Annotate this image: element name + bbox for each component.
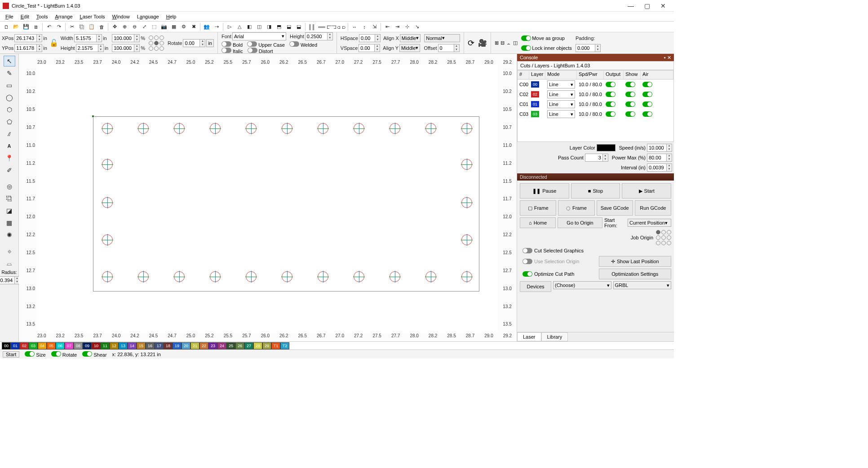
font-select[interactable]: Arial▾ bbox=[232, 32, 286, 40]
mirror-v-icon[interactable]: △ bbox=[235, 22, 244, 31]
speed-input[interactable] bbox=[647, 144, 667, 152]
palette-swatch[interactable]: 24 bbox=[217, 342, 226, 349]
palette-swatch[interactable]: 28 bbox=[253, 342, 262, 349]
circle-shape[interactable] bbox=[246, 271, 257, 282]
align-middle-icon[interactable]: ⬓ bbox=[284, 22, 293, 31]
palette-swatch[interactable]: 09 bbox=[83, 342, 92, 349]
arrange-icon-3[interactable]: ⫠ bbox=[506, 40, 511, 46]
hspace-input[interactable] bbox=[359, 34, 375, 42]
cut-row[interactable]: C01 01 Line▾ 10.0 / 80.0 bbox=[518, 99, 673, 109]
palette-swatch[interactable]: 18 bbox=[164, 342, 173, 349]
circle-shape[interactable] bbox=[461, 159, 472, 170]
menu-language[interactable]: Language bbox=[134, 13, 162, 20]
text-tool-icon[interactable]: A bbox=[4, 141, 15, 151]
same-width-icon[interactable]: ↔ bbox=[350, 22, 359, 31]
rect-tool-icon[interactable]: ▭ bbox=[4, 80, 15, 91]
menu-edit[interactable]: Edit bbox=[18, 13, 32, 20]
space-h-icon[interactable]: ⫍⫎ bbox=[327, 22, 336, 31]
selection-handle[interactable] bbox=[92, 115, 94, 118]
show-last-position-button[interactable]: ✛ Show Last Position bbox=[599, 256, 672, 267]
palette-swatch[interactable]: 11 bbox=[101, 342, 110, 349]
new-icon[interactable]: 🗋 bbox=[2, 22, 11, 31]
circle-shape[interactable] bbox=[210, 271, 221, 282]
palette-swatch[interactable]: 07 bbox=[65, 342, 74, 349]
circle-shape[interactable] bbox=[210, 123, 221, 134]
arrange-icon-2[interactable]: ⊟ bbox=[500, 40, 505, 46]
path-tool-icon[interactable]: ⬠ bbox=[4, 116, 15, 127]
device-select[interactable]: (Choose)▾ bbox=[553, 281, 611, 289]
start-from-select[interactable]: Current Position ▾ bbox=[628, 219, 671, 227]
scale-x-input[interactable] bbox=[112, 34, 134, 42]
circle-shape[interactable] bbox=[461, 197, 472, 208]
frame-rubber-button[interactable]: ◌ Frame bbox=[558, 200, 594, 216]
space-v-icon[interactable]: ⫏⫐ bbox=[337, 22, 346, 31]
palette-swatch[interactable]: 01 bbox=[11, 342, 20, 349]
camera-icon[interactable]: 📷 bbox=[159, 22, 168, 31]
palette-swatch[interactable]: 29 bbox=[262, 342, 271, 349]
zoom-out-icon[interactable]: ⊖ bbox=[130, 22, 139, 31]
palette-swatch[interactable]: 08 bbox=[74, 342, 83, 349]
optimization-settings-button[interactable]: Optimization Settings bbox=[599, 269, 672, 279]
edit-nodes-tool-icon[interactable]: ⫽ bbox=[4, 128, 15, 139]
cut-row[interactable]: C03 03 Line▾ 10.0 / 80.0 bbox=[518, 109, 673, 119]
ypos-input[interactable] bbox=[14, 44, 37, 52]
zoom-selection-icon[interactable]: ⬚ bbox=[150, 22, 159, 31]
circle-shape[interactable] bbox=[138, 123, 149, 134]
padding-input[interactable] bbox=[576, 44, 595, 52]
circle-shape[interactable] bbox=[282, 271, 292, 282]
cut-icon[interactable]: ✂ bbox=[67, 22, 76, 31]
circle-shape[interactable] bbox=[318, 271, 328, 282]
ellipse-tool-icon[interactable]: ◯ bbox=[4, 92, 15, 103]
bold-toggle[interactable] bbox=[221, 41, 231, 47]
layer-color-swatch[interactable] bbox=[597, 144, 616, 151]
same-height-icon[interactable]: ↕ bbox=[360, 22, 369, 31]
palette-swatch[interactable]: 16 bbox=[146, 342, 155, 349]
close-button[interactable]: ✕ bbox=[655, 2, 671, 9]
circle-shape[interactable] bbox=[174, 123, 185, 134]
firmware-select[interactable]: GRBL▾ bbox=[613, 281, 672, 289]
circle-shape[interactable] bbox=[102, 234, 113, 245]
status-rotate-toggle[interactable] bbox=[51, 351, 61, 357]
align-center-icon[interactable]: ◫ bbox=[255, 22, 264, 31]
circle-shape[interactable] bbox=[425, 271, 436, 282]
circle-shape[interactable] bbox=[354, 123, 364, 134]
palette-swatch[interactable]: T1 bbox=[271, 342, 280, 349]
palette-swatch[interactable]: 12 bbox=[110, 342, 119, 349]
circle-shape[interactable] bbox=[354, 271, 364, 282]
offset-input[interactable] bbox=[438, 44, 454, 52]
palette-swatch[interactable]: 21 bbox=[190, 342, 199, 349]
slot-tool-icon[interactable]: ⌓ bbox=[4, 258, 15, 269]
palette-swatch[interactable]: 22 bbox=[199, 342, 208, 349]
radial-array-tool-icon[interactable]: ✺ bbox=[4, 230, 15, 240]
distribute-h-icon[interactable]: ║║ bbox=[307, 22, 316, 31]
delete-icon[interactable]: 🗑 bbox=[97, 22, 106, 31]
arrange-icon-1[interactable]: ⊞ bbox=[495, 40, 499, 46]
palette-swatch[interactable]: 03 bbox=[29, 342, 38, 349]
palette-swatch[interactable]: 10 bbox=[92, 342, 101, 349]
palette-swatch[interactable]: 13 bbox=[119, 342, 128, 349]
menu-help[interactable]: Help bbox=[164, 13, 179, 20]
undo-icon[interactable]: ↶ bbox=[44, 22, 53, 31]
dock-corner-icon[interactable]: ↘ bbox=[412, 22, 421, 31]
palette-swatch[interactable]: 15 bbox=[137, 342, 146, 349]
scale-y-input[interactable] bbox=[112, 44, 134, 52]
height-input[interactable] bbox=[76, 44, 98, 52]
power-max-input[interactable] bbox=[647, 154, 667, 162]
cut-row[interactable]: C00 00 Line▾ 10.0 / 80.0 bbox=[518, 79, 673, 89]
circle-shape[interactable] bbox=[102, 123, 113, 134]
run-gcode-button[interactable]: Run GCode bbox=[635, 200, 671, 216]
measure-tool-icon[interactable]: ✐ bbox=[4, 165, 15, 176]
circle-shape[interactable] bbox=[461, 271, 472, 282]
menu-window[interactable]: Window bbox=[110, 13, 133, 20]
zoom-in-icon[interactable]: ⊕ bbox=[120, 22, 129, 31]
status-start-button[interactable]: Start bbox=[3, 351, 19, 358]
canvas[interactable] bbox=[37, 65, 498, 333]
copy-icon[interactable]: ⿻ bbox=[77, 22, 86, 31]
palette-swatch[interactable]: 23 bbox=[208, 342, 217, 349]
open-icon[interactable]: 📂 bbox=[12, 22, 21, 31]
width-input[interactable] bbox=[74, 34, 97, 42]
circle-shape[interactable] bbox=[102, 159, 113, 170]
vspace-input[interactable] bbox=[359, 44, 375, 52]
palette-swatch[interactable]: 25 bbox=[226, 342, 235, 349]
palette-swatch[interactable]: 27 bbox=[244, 342, 253, 349]
